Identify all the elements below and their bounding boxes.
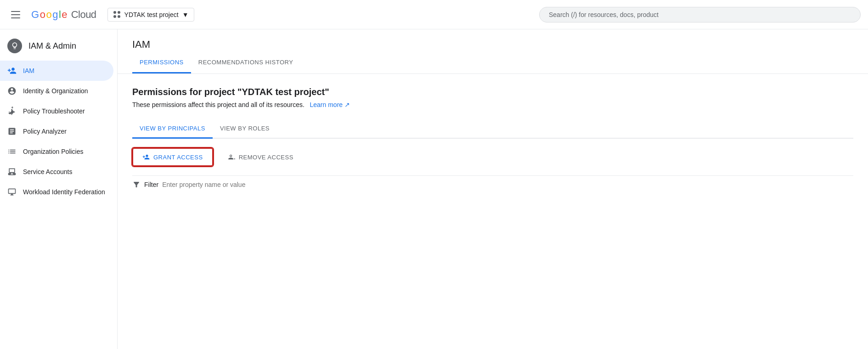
sidebar-item-policy-troubleshooter[interactable]: Policy Troubleshooter	[0, 101, 113, 121]
sidebar-item-identity-org[interactable]: Identity & Organization	[0, 81, 113, 101]
sidebar-item-workload-identity[interactable]: Workload Identity Federation	[0, 182, 113, 202]
hamburger-menu[interactable]	[7, 7, 24, 22]
sub-tab-by-principals[interactable]: VIEW BY PRINCIPALS	[132, 119, 213, 139]
monitor-icon	[7, 187, 17, 197]
content-area: Permissions for project "YDTAK test proj…	[118, 74, 868, 206]
filter-input[interactable]	[162, 181, 853, 188]
remove-access-button[interactable]: REMOVE ACCESS	[219, 149, 303, 165]
iam-admin-icon	[7, 39, 22, 53]
tab-recommendations[interactable]: RECOMMENDATIONS HISTORY	[191, 52, 301, 73]
filter-icon	[132, 180, 141, 189]
dropdown-arrow-icon: ▼	[182, 11, 189, 18]
external-link-icon: ↗	[344, 101, 350, 108]
wrench-icon	[7, 107, 17, 116]
main-tabs: PERMISSIONS RECOMMENDATIONS HISTORY	[118, 52, 868, 74]
main-layout: IAM & Admin IAM Identity & Organization …	[0, 29, 868, 349]
page-title: IAM	[118, 29, 868, 51]
sidebar-item-iam[interactable]: IAM	[0, 61, 113, 81]
search-placeholder: Search (/) for resources, docs, product	[549, 11, 659, 18]
project-name: YDTAK test project	[124, 11, 179, 18]
permissions-subtitle-text: These permissions affect this project an…	[132, 101, 304, 108]
sub-tab-by-roles[interactable]: VIEW BY ROLES	[213, 119, 277, 139]
filter-row: Filter	[132, 175, 853, 193]
sidebar-item-troubleshooter-label: Policy Troubleshooter	[23, 107, 85, 115]
sub-tabs: VIEW BY PRINCIPALS VIEW BY ROLES	[132, 119, 853, 139]
sidebar-item-iam-label: IAM	[23, 67, 34, 74]
grant-access-label: GRANT ACCESS	[153, 154, 203, 161]
sidebar-item-org-policies-label: Organization Policies	[23, 148, 84, 155]
action-buttons: GRANT ACCESS REMOVE ACCESS	[132, 148, 853, 166]
sidebar-item-policy-analyzer[interactable]: Policy Analyzer	[0, 121, 113, 141]
tab-permissions[interactable]: PERMISSIONS	[132, 52, 191, 73]
document-search-icon	[7, 127, 17, 136]
learn-more-link[interactable]: Learn more ↗	[308, 101, 350, 108]
project-dots-icon	[113, 11, 121, 18]
search-bar[interactable]: Search (/) for resources, docs, product	[539, 7, 861, 23]
sidebar-header-title: IAM & Admin	[28, 41, 76, 51]
person-add-icon	[7, 66, 17, 75]
permissions-subtitle: These permissions affect this project an…	[132, 101, 853, 108]
sidebar-item-service-accounts[interactable]: Service Accounts	[0, 162, 113, 182]
person-remove-btn-icon	[228, 153, 235, 161]
sidebar-item-analyzer-label: Policy Analyzer	[23, 128, 67, 135]
project-selector[interactable]: YDTAK test project ▼	[107, 8, 195, 22]
list-icon	[7, 147, 17, 156]
permissions-heading: Permissions for project "YDTAK test proj…	[132, 87, 853, 97]
monitor-person-icon	[7, 167, 17, 176]
sidebar: IAM & Admin IAM Identity & Organization …	[0, 29, 118, 349]
grant-access-button[interactable]: GRANT ACCESS	[132, 148, 213, 166]
top-nav: Google Cloud YDTAK test project ▼ Search…	[0, 0, 868, 29]
sidebar-item-identity-label: Identity & Organization	[23, 87, 88, 95]
remove-access-label: REMOVE ACCESS	[239, 154, 293, 161]
person-circle-icon	[7, 86, 17, 96]
filter-label: Filter	[144, 181, 158, 188]
main-content: IAM PERMISSIONS RECOMMENDATIONS HISTORY …	[118, 29, 868, 349]
sidebar-item-service-accounts-label: Service Accounts	[23, 168, 72, 175]
sidebar-item-org-policies[interactable]: Organization Policies	[0, 141, 113, 162]
google-logo: Google Cloud	[31, 9, 96, 21]
person-add-btn-icon	[142, 153, 150, 161]
sidebar-item-workload-identity-label: Workload Identity Federation	[23, 188, 105, 196]
sidebar-header: IAM & Admin	[0, 29, 117, 61]
